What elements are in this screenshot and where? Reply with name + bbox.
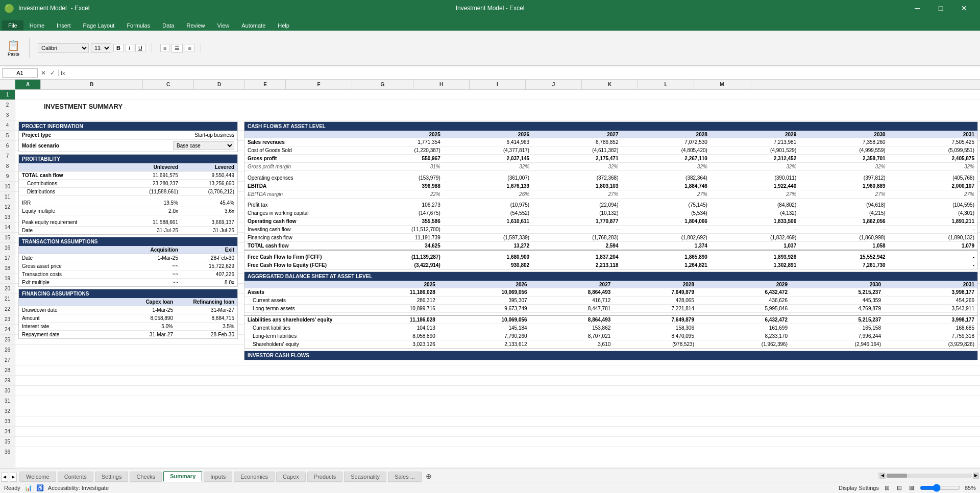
row-17[interactable]: 17 xyxy=(0,253,15,263)
function-icon[interactable]: fx xyxy=(58,70,67,76)
minimize-button[interactable]: ─ xyxy=(905,0,929,16)
row-16[interactable]: 16 xyxy=(0,243,15,253)
workbook-stats-icon[interactable]: 📊 xyxy=(24,484,32,491)
tab-products[interactable]: Products xyxy=(307,472,342,482)
align-left-button[interactable]: ≡ xyxy=(160,44,169,52)
font-size-select[interactable]: 11 xyxy=(91,43,111,53)
col-header-b[interactable]: B xyxy=(41,80,143,89)
row-15[interactable]: 15 xyxy=(0,233,15,243)
view-page-break-icon[interactable]: ⊠ xyxy=(908,484,916,492)
row-25[interactable]: 25 xyxy=(0,335,15,345)
scroll-left-btn[interactable]: ◀ xyxy=(879,473,886,479)
tab-settings[interactable]: Settings xyxy=(95,472,129,482)
col-header-m[interactable]: M xyxy=(694,80,750,89)
row-12[interactable]: 12 xyxy=(0,202,15,212)
row-31[interactable]: 31 xyxy=(0,396,15,406)
tab-welcome[interactable]: Welcome xyxy=(19,472,56,482)
col-header-i[interactable]: I xyxy=(470,80,526,89)
tab-formulas[interactable]: Formulas xyxy=(120,20,156,31)
row-28[interactable]: 28 xyxy=(0,365,15,376)
row-18[interactable]: 18 xyxy=(0,263,15,274)
tab-sales[interactable]: Sales ... xyxy=(388,472,422,482)
tab-help[interactable]: Help xyxy=(272,20,296,31)
tab-page-layout[interactable]: Page Layout xyxy=(77,20,121,31)
add-sheet-button[interactable]: ⊕ xyxy=(423,471,434,482)
row-1[interactable]: 1 xyxy=(0,90,15,100)
formula-input[interactable] xyxy=(69,69,978,77)
accessibility-label[interactable]: Accessibility: Investigate xyxy=(48,485,109,491)
scrollbar-track[interactable] xyxy=(887,474,972,478)
row-3[interactable]: 3 xyxy=(0,110,15,120)
row-11[interactable]: 11 xyxy=(0,192,15,202)
tab-review[interactable]: Review xyxy=(180,20,211,31)
row-8[interactable]: 8 xyxy=(0,161,15,171)
tab-capex[interactable]: Capex xyxy=(276,472,306,482)
row-6[interactable]: 6 xyxy=(0,141,15,151)
formula-cancel-icon[interactable]: ✕ xyxy=(40,69,47,77)
close-button[interactable]: ✕ xyxy=(952,0,976,16)
row-33[interactable]: 33 xyxy=(0,416,15,427)
accessibility-icon[interactable]: ♿ xyxy=(36,484,44,491)
tab-inputs[interactable]: Inputs xyxy=(204,472,232,482)
row-14[interactable]: 14 xyxy=(0,223,15,233)
col-header-k[interactable]: K xyxy=(582,80,638,89)
row-2[interactable]: 2 xyxy=(0,100,15,110)
col-header-j[interactable]: J xyxy=(526,80,582,89)
row-34[interactable]: 34 xyxy=(0,427,15,437)
row-26[interactable]: 26 xyxy=(0,345,15,355)
col-header-g[interactable]: G xyxy=(352,80,413,89)
display-settings-button[interactable]: Display Settings xyxy=(839,485,879,491)
row-21[interactable]: 21 xyxy=(0,294,15,304)
tab-economics[interactable]: Economics xyxy=(234,472,275,482)
tab-contents[interactable]: Contents xyxy=(58,472,93,482)
align-center-button[interactable]: ☰ xyxy=(172,44,183,53)
col-header-e[interactable]: E xyxy=(245,80,286,89)
row-13[interactable]: 13 xyxy=(0,212,15,223)
row-4[interactable]: 4 xyxy=(0,120,15,131)
tab-file[interactable]: File xyxy=(2,20,23,31)
view-normal-icon[interactable]: ⊞ xyxy=(883,484,891,492)
align-right-button[interactable]: ≡ xyxy=(185,44,194,52)
scroll-right-btn[interactable]: ▶ xyxy=(973,473,979,479)
row-27[interactable]: 27 xyxy=(0,355,15,365)
row-22[interactable]: 22 xyxy=(0,304,15,314)
nav-next-icon[interactable]: ▶ xyxy=(10,473,17,482)
col-header-h[interactable]: H xyxy=(413,80,470,89)
model-scenario-select[interactable]: Base case xyxy=(173,141,234,150)
row-10[interactable]: 10 xyxy=(0,182,15,192)
col-header-f[interactable]: F xyxy=(286,80,352,89)
italic-button[interactable]: I xyxy=(126,44,133,52)
tab-automate[interactable]: Automate xyxy=(235,20,272,31)
col-header-d[interactable]: D xyxy=(194,80,245,89)
formula-confirm-icon[interactable]: ✓ xyxy=(49,69,56,77)
row-23[interactable]: 23 xyxy=(0,314,15,325)
nav-prev-icon[interactable]: ◀ xyxy=(1,473,8,482)
bold-button[interactable]: B xyxy=(113,44,124,52)
name-box[interactable]: A1 xyxy=(2,68,38,78)
col-header-l[interactable]: L xyxy=(638,80,694,89)
view-layout-icon[interactable]: ⊟ xyxy=(895,484,903,492)
tab-data[interactable]: Data xyxy=(156,20,180,31)
row-36[interactable]: 36 xyxy=(0,447,15,457)
row-5[interactable]: 5 xyxy=(0,131,15,141)
tab-summary[interactable]: Summary xyxy=(163,471,202,482)
row-30[interactable]: 30 xyxy=(0,386,15,396)
row-20[interactable]: 20 xyxy=(0,284,15,294)
tab-view[interactable]: View xyxy=(211,20,236,31)
tab-insert[interactable]: Insert xyxy=(51,20,77,31)
row-24[interactable]: 24 xyxy=(0,325,15,335)
row-19[interactable]: 19 xyxy=(0,274,15,284)
row-29[interactable]: 29 xyxy=(0,376,15,386)
zoom-slider[interactable] xyxy=(920,485,961,491)
tab-seasonality[interactable]: Seasonality xyxy=(344,472,386,482)
row-9[interactable]: 9 xyxy=(0,171,15,182)
col-header-a[interactable]: A xyxy=(15,80,41,89)
row-32[interactable]: 32 xyxy=(0,406,15,416)
col-header-c[interactable]: C xyxy=(143,80,194,89)
row-35[interactable]: 35 xyxy=(0,437,15,447)
tab-home[interactable]: Home xyxy=(23,20,51,31)
paste-button[interactable]: 📋 Paste xyxy=(4,38,23,58)
row-7[interactable]: 7 xyxy=(0,151,15,161)
font-family-select[interactable]: Calibri xyxy=(38,43,89,53)
underline-button[interactable]: U xyxy=(135,44,145,52)
